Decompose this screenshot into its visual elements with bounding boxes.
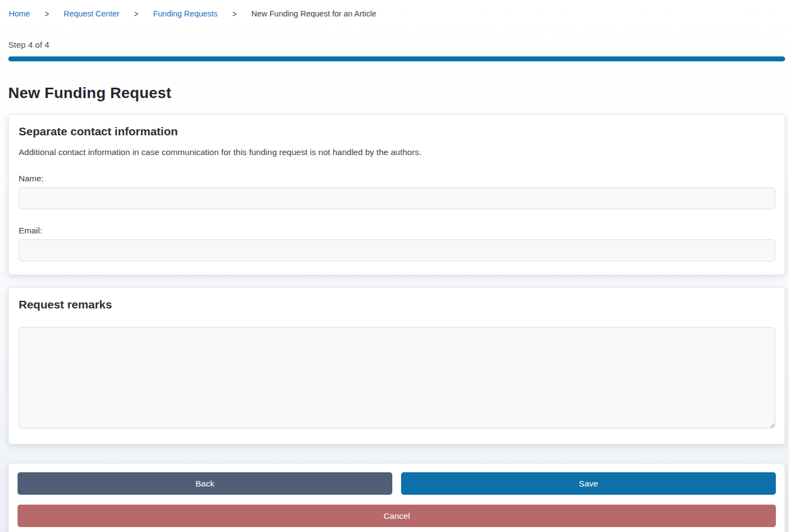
save-button[interactable]: Save (401, 472, 776, 495)
breadcrumb-funding-requests-link[interactable]: Funding Requests (153, 9, 218, 18)
actions-row: Back Save (18, 472, 776, 495)
cancel-button[interactable]: Cancel (18, 505, 776, 527)
back-button[interactable]: Back (18, 472, 392, 495)
step-indicator-label: Step 4 of 4 (8, 40, 785, 50)
name-field-label: Name: (19, 174, 775, 184)
breadcrumb-home-link[interactable]: Home (9, 9, 30, 18)
breadcrumb-request-center-link[interactable]: Request Center (64, 9, 119, 18)
actions-card: Back Save Cancel (8, 463, 785, 532)
request-remarks-card: Request remarks (8, 287, 785, 444)
page-title: New Funding Request (8, 84, 785, 102)
name-input[interactable] (19, 187, 775, 209)
email-input[interactable] (19, 239, 775, 261)
contact-card-description: Additional contact information in case c… (19, 147, 775, 157)
chevron-right-icon: > (134, 9, 139, 19)
remarks-card-title: Request remarks (19, 298, 775, 311)
chevron-right-icon: > (232, 9, 237, 19)
contact-card-title: Separate contact information (19, 125, 775, 138)
progress-bar-fill (8, 56, 785, 61)
breadcrumb: Home > Request Center > Funding Requests… (8, 0, 785, 18)
contact-information-card: Separate contact information Additional … (8, 114, 785, 275)
chevron-right-icon: > (45, 9, 49, 19)
remarks-textarea[interactable] (19, 327, 775, 428)
email-field-label: Email: (19, 226, 775, 236)
progress-bar (8, 56, 785, 61)
page-container: Home > Request Center > Funding Requests… (0, 0, 789, 532)
breadcrumb-current-page: New Funding Request for an Article (251, 9, 376, 18)
